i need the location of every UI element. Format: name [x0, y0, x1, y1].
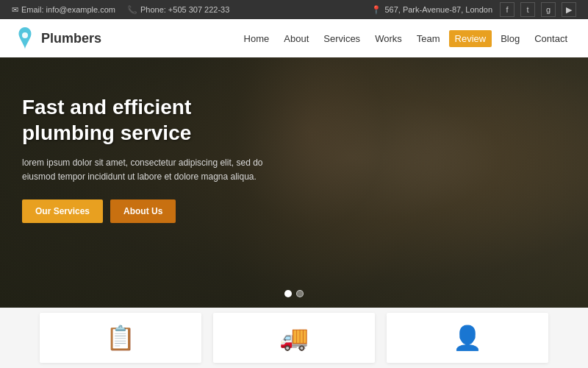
location-info: 📍 567, Park-Avenue-87, London: [371, 5, 492, 15]
youtube-icon[interactable]: ▶: [562, 2, 576, 17]
topbar-right: 📍 567, Park-Avenue-87, London f t g ▶: [371, 2, 576, 17]
nav-item-team[interactable]: Team: [411, 30, 446, 47]
card-2: 🚚: [213, 313, 375, 363]
hero-title: Fast and efficient plumbing service: [22, 94, 279, 146]
nav-item-contact[interactable]: Contact: [528, 30, 573, 47]
nav-item-works[interactable]: Works: [369, 30, 408, 47]
hero-dot-1[interactable]: [284, 290, 292, 297]
card-2-icon: 🚚: [279, 324, 309, 352]
location-text: 567, Park-Avenue-87, London: [384, 5, 492, 14]
logo[interactable]: Plumbers: [15, 26, 101, 51]
hero-dots: [284, 290, 304, 297]
nav-links: Home About Services Works Team Review Bl…: [238, 30, 573, 47]
hero-buttons: Our Services About Us: [22, 199, 279, 223]
svg-point-0: [22, 32, 28, 38]
about-us-button[interactable]: About Us: [110, 199, 176, 223]
nav-item-services[interactable]: Services: [318, 30, 366, 47]
location-icon: 📍: [371, 5, 381, 15]
facebook-icon[interactable]: f: [500, 2, 514, 17]
email-text: Email: info@example.com: [21, 5, 115, 14]
nav-link-review[interactable]: Review: [449, 30, 492, 47]
card-1-icon: 📋: [106, 324, 135, 352]
nav-link-works[interactable]: Works: [369, 30, 408, 47]
googleplus-icon[interactable]: g: [541, 2, 556, 17]
phone-text: Phone: +505 307 222-33: [140, 5, 229, 14]
our-services-button[interactable]: Our Services: [22, 199, 103, 223]
card-3-icon: 👤: [453, 324, 482, 352]
card-3: 👤: [387, 313, 548, 363]
nav-link-team[interactable]: Team: [411, 30, 446, 47]
social-icons: f t g ▶: [500, 2, 576, 17]
topbar: ✉ Email: info@example.com 📞 Phone: +505 …: [0, 0, 588, 19]
card-1: 📋: [40, 313, 201, 363]
nav-link-contact[interactable]: Contact: [528, 30, 573, 47]
hero-content: Fast and efficient plumbing service lore…: [22, 94, 279, 223]
topbar-left: ✉ Email: info@example.com 📞 Phone: +505 …: [12, 5, 229, 15]
logo-icon: [15, 26, 35, 51]
nav-link-services[interactable]: Services: [318, 30, 366, 47]
phone-info: 📞 Phone: +505 307 222-33: [127, 5, 229, 15]
nav-item-home[interactable]: Home: [238, 30, 276, 47]
email-info: ✉ Email: info@example.com: [12, 5, 115, 15]
logo-text: Plumbers: [41, 31, 101, 46]
nav-item-blog[interactable]: Blog: [495, 30, 526, 47]
phone-icon: 📞: [127, 5, 137, 15]
hero-description: lorem ipsum dolor sit amet, consectetur …: [22, 156, 279, 183]
cards-section: 📋 🚚 👤: [0, 308, 588, 368]
twitter-icon[interactable]: t: [520, 2, 535, 17]
hero-dot-2[interactable]: [296, 290, 304, 297]
nav-link-about[interactable]: About: [278, 30, 315, 47]
navbar: Plumbers Home About Services Works Team …: [0, 19, 588, 57]
email-icon: ✉: [12, 5, 18, 15]
hero-section: Fast and efficient plumbing service lore…: [0, 57, 588, 308]
nav-item-review[interactable]: Review: [449, 30, 492, 47]
nav-item-about[interactable]: About: [278, 30, 315, 47]
nav-link-home[interactable]: Home: [238, 30, 276, 47]
nav-link-blog[interactable]: Blog: [495, 30, 526, 47]
